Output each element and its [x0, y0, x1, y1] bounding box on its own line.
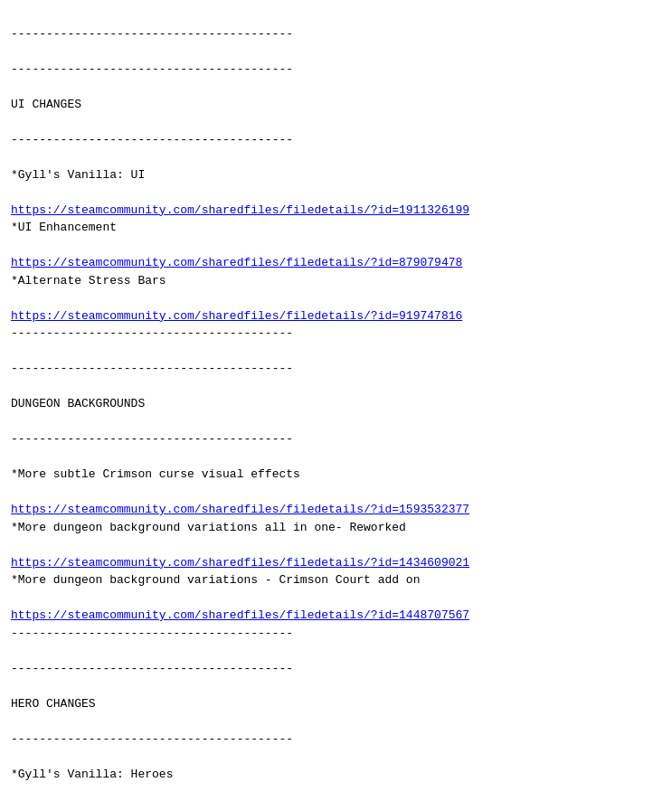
divider-line: ----------------------------------------: [11, 61, 661, 79]
text-line: *Gyll's Vanilla: UI: [11, 166, 661, 184]
steam-link[interactable]: https://steamcommunity.com/sharedfiles/f…: [11, 256, 462, 269]
steam-link[interactable]: https://steamcommunity.com/sharedfiles/f…: [11, 203, 469, 217]
steam-link[interactable]: https://steamcommunity.com/sharedfiles/f…: [11, 556, 469, 570]
text-line: *Gyll's Vanilla: Heroes: [11, 766, 661, 784]
steam-link[interactable]: https://steamcommunity.com/sharedfiles/f…: [11, 309, 462, 323]
divider-line: ----------------------------------------: [11, 430, 661, 448]
section-header: UI CHANGES: [11, 96, 661, 114]
section-header: HERO CHANGES: [11, 695, 661, 713]
divider-line: ----------------------------------------: [11, 730, 661, 749]
divider-line: ----------------------------------------: [11, 625, 661, 643]
text-line: *Alternate Stress Bars: [11, 272, 661, 290]
divider-line: ----------------------------------------: [11, 131, 661, 149]
steam-link[interactable]: https://steamcommunity.com/sharedfiles/f…: [11, 503, 469, 516]
text-line: *More dungeon background variations - Cr…: [11, 571, 661, 589]
main-content: ----------------------------------------…: [11, 7, 661, 801]
section-header: DUNGEON BACKGROUNDS: [11, 395, 661, 413]
divider-line: ----------------------------------------: [11, 660, 661, 678]
text-line: *More dungeon background variations all …: [11, 519, 661, 537]
text-line: *UI Enhancement: [11, 219, 661, 237]
divider-line: ----------------------------------------: [11, 360, 661, 378]
divider-line: ----------------------------------------: [11, 325, 661, 343]
text-line: *More subtle Crimson curse visual effect…: [11, 466, 661, 484]
steam-link[interactable]: https://steamcommunity.com/sharedfiles/f…: [11, 608, 469, 622]
divider-line: ----------------------------------------: [11, 25, 661, 43]
